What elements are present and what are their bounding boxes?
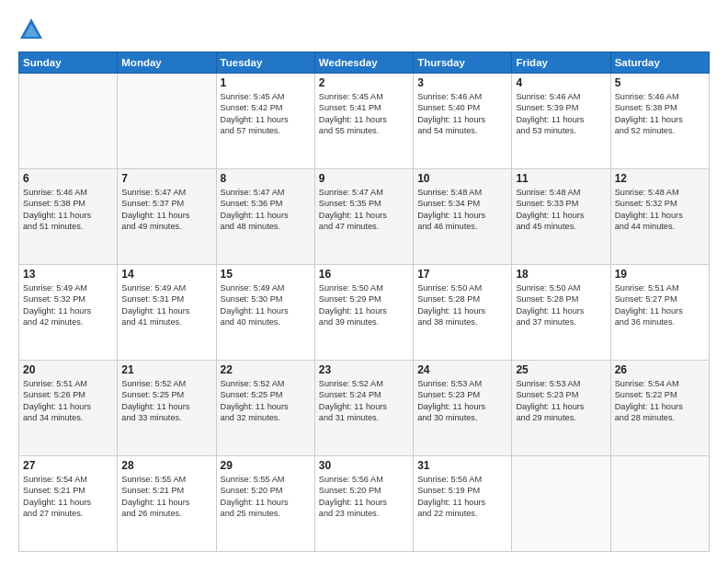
day-number: 7: [121, 172, 211, 185]
calendar-cell: 31Sunrise: 5:56 AM Sunset: 5:19 PM Dayli…: [414, 456, 512, 552]
day-info: Sunrise: 5:46 AM Sunset: 5:40 PM Dayligh…: [417, 91, 507, 137]
calendar-week-row: 1Sunrise: 5:45 AM Sunset: 5:42 PM Daylig…: [19, 74, 710, 169]
day-number: 16: [319, 268, 409, 281]
calendar-cell: 5Sunrise: 5:46 AM Sunset: 5:38 PM Daylig…: [610, 74, 709, 169]
calendar-cell: 6Sunrise: 5:46 AM Sunset: 5:38 PM Daylig…: [19, 169, 118, 265]
calendar-cell: [118, 74, 216, 169]
calendar-cell: 27Sunrise: 5:54 AM Sunset: 5:21 PM Dayli…: [19, 456, 118, 552]
day-number: 17: [417, 268, 507, 281]
day-info: Sunrise: 5:48 AM Sunset: 5:34 PM Dayligh…: [417, 187, 507, 233]
day-number: 12: [615, 172, 705, 185]
calendar-cell: 2Sunrise: 5:45 AM Sunset: 5:41 PM Daylig…: [314, 74, 413, 169]
calendar-week-row: 27Sunrise: 5:54 AM Sunset: 5:21 PM Dayli…: [19, 456, 710, 552]
day-info: Sunrise: 5:45 AM Sunset: 5:41 PM Dayligh…: [319, 91, 409, 137]
day-number: 3: [417, 76, 507, 89]
day-number: 18: [516, 268, 606, 281]
day-number: 29: [221, 459, 311, 472]
day-info: Sunrise: 5:45 AM Sunset: 5:42 PM Dayligh…: [221, 91, 311, 137]
calendar-cell: 20Sunrise: 5:51 AM Sunset: 5:26 PM Dayli…: [19, 361, 118, 456]
day-number: 22: [221, 363, 311, 376]
day-number: 23: [319, 363, 409, 376]
calendar-cell: 13Sunrise: 5:49 AM Sunset: 5:32 PM Dayli…: [19, 265, 118, 361]
logo-icon: [18, 17, 44, 42]
calendar-cell: 11Sunrise: 5:48 AM Sunset: 5:33 PM Dayli…: [512, 169, 610, 265]
day-info: Sunrise: 5:48 AM Sunset: 5:32 PM Dayligh…: [615, 187, 705, 233]
calendar-week-row: 13Sunrise: 5:49 AM Sunset: 5:32 PM Dayli…: [19, 265, 710, 361]
day-info: Sunrise: 5:51 AM Sunset: 5:27 PM Dayligh…: [615, 282, 705, 328]
day-info: Sunrise: 5:50 AM Sunset: 5:28 PM Dayligh…: [516, 282, 606, 328]
calendar-cell: 8Sunrise: 5:47 AM Sunset: 5:36 PM Daylig…: [216, 169, 314, 265]
day-number: 27: [23, 459, 113, 472]
day-info: Sunrise: 5:52 AM Sunset: 5:25 PM Dayligh…: [121, 378, 211, 424]
calendar-cell: 17Sunrise: 5:50 AM Sunset: 5:28 PM Dayli…: [414, 265, 512, 361]
calendar-header-row: SundayMondayTuesdayWednesdayThursdayFrid…: [19, 52, 710, 74]
calendar-cell: 30Sunrise: 5:56 AM Sunset: 5:20 PM Dayli…: [314, 456, 413, 552]
calendar-cell: 28Sunrise: 5:55 AM Sunset: 5:21 PM Dayli…: [118, 456, 216, 552]
calendar-cell: 4Sunrise: 5:46 AM Sunset: 5:39 PM Daylig…: [512, 74, 610, 169]
calendar-cell: 24Sunrise: 5:53 AM Sunset: 5:23 PM Dayli…: [414, 361, 512, 456]
day-number: 14: [121, 268, 211, 281]
day-info: Sunrise: 5:56 AM Sunset: 5:20 PM Dayligh…: [319, 474, 409, 520]
calendar-cell: 25Sunrise: 5:53 AM Sunset: 5:23 PM Dayli…: [512, 361, 610, 456]
day-info: Sunrise: 5:49 AM Sunset: 5:30 PM Dayligh…: [221, 282, 311, 328]
day-info: Sunrise: 5:47 AM Sunset: 5:37 PM Dayligh…: [121, 187, 211, 233]
calendar-week-row: 6Sunrise: 5:46 AM Sunset: 5:38 PM Daylig…: [19, 169, 710, 265]
day-info: Sunrise: 5:48 AM Sunset: 5:33 PM Dayligh…: [516, 187, 606, 233]
day-info: Sunrise: 5:49 AM Sunset: 5:31 PM Dayligh…: [121, 282, 211, 328]
day-info: Sunrise: 5:46 AM Sunset: 5:38 PM Dayligh…: [23, 187, 113, 233]
day-info: Sunrise: 5:46 AM Sunset: 5:38 PM Dayligh…: [615, 91, 705, 137]
day-number: 5: [615, 76, 705, 89]
day-info: Sunrise: 5:52 AM Sunset: 5:24 PM Dayligh…: [319, 378, 409, 424]
day-info: Sunrise: 5:50 AM Sunset: 5:29 PM Dayligh…: [319, 282, 409, 328]
day-number: 24: [417, 363, 507, 376]
calendar-cell: 7Sunrise: 5:47 AM Sunset: 5:37 PM Daylig…: [118, 169, 216, 265]
calendar-header-wednesday: Wednesday: [314, 52, 413, 74]
day-number: 13: [23, 268, 113, 281]
day-number: 6: [23, 172, 113, 185]
day-info: Sunrise: 5:54 AM Sunset: 5:21 PM Dayligh…: [23, 474, 113, 520]
day-number: 28: [121, 459, 211, 472]
logo: [18, 17, 47, 42]
day-number: 26: [615, 363, 705, 376]
day-number: 30: [319, 459, 409, 472]
day-info: Sunrise: 5:55 AM Sunset: 5:21 PM Dayligh…: [121, 474, 211, 520]
day-info: Sunrise: 5:53 AM Sunset: 5:23 PM Dayligh…: [516, 378, 606, 424]
day-info: Sunrise: 5:52 AM Sunset: 5:25 PM Dayligh…: [221, 378, 311, 424]
calendar-cell: 10Sunrise: 5:48 AM Sunset: 5:34 PM Dayli…: [414, 169, 512, 265]
calendar-cell: 9Sunrise: 5:47 AM Sunset: 5:35 PM Daylig…: [314, 169, 413, 265]
calendar-header-monday: Monday: [118, 52, 216, 74]
calendar-cell: 16Sunrise: 5:50 AM Sunset: 5:29 PM Dayli…: [314, 265, 413, 361]
calendar-cell: 19Sunrise: 5:51 AM Sunset: 5:27 PM Dayli…: [610, 265, 709, 361]
day-number: 20: [23, 363, 113, 376]
calendar-cell: 29Sunrise: 5:55 AM Sunset: 5:20 PM Dayli…: [216, 456, 314, 552]
day-number: 15: [221, 268, 311, 281]
day-number: 4: [516, 76, 606, 89]
calendar-header-friday: Friday: [512, 52, 610, 74]
calendar-header-thursday: Thursday: [414, 52, 512, 74]
calendar-table: SundayMondayTuesdayWednesdayThursdayFrid…: [18, 52, 710, 552]
day-number: 11: [516, 172, 606, 185]
day-info: Sunrise: 5:53 AM Sunset: 5:23 PM Dayligh…: [417, 378, 507, 424]
day-info: Sunrise: 5:47 AM Sunset: 5:36 PM Dayligh…: [221, 187, 311, 233]
day-number: 25: [516, 363, 606, 376]
calendar-cell: 3Sunrise: 5:46 AM Sunset: 5:40 PM Daylig…: [414, 74, 512, 169]
calendar-header-saturday: Saturday: [610, 52, 709, 74]
day-number: 8: [221, 172, 311, 185]
calendar-cell: [610, 456, 709, 552]
calendar-cell: 14Sunrise: 5:49 AM Sunset: 5:31 PM Dayli…: [118, 265, 216, 361]
calendar-cell: [19, 74, 118, 169]
calendar-cell: 26Sunrise: 5:54 AM Sunset: 5:22 PM Dayli…: [610, 361, 709, 456]
day-info: Sunrise: 5:47 AM Sunset: 5:35 PM Dayligh…: [319, 187, 409, 233]
day-info: Sunrise: 5:51 AM Sunset: 5:26 PM Dayligh…: [23, 378, 113, 424]
day-number: 19: [615, 268, 705, 281]
day-number: 10: [417, 172, 507, 185]
calendar-cell: 18Sunrise: 5:50 AM Sunset: 5:28 PM Dayli…: [512, 265, 610, 361]
header: [18, 17, 710, 42]
day-number: 9: [319, 172, 409, 185]
day-info: Sunrise: 5:50 AM Sunset: 5:28 PM Dayligh…: [417, 282, 507, 328]
day-number: 2: [319, 76, 409, 89]
calendar-cell: 1Sunrise: 5:45 AM Sunset: 5:42 PM Daylig…: [216, 74, 314, 169]
day-info: Sunrise: 5:55 AM Sunset: 5:20 PM Dayligh…: [221, 474, 311, 520]
page: SundayMondayTuesdayWednesdayThursdayFrid…: [0, 0, 728, 563]
calendar-cell: 21Sunrise: 5:52 AM Sunset: 5:25 PM Dayli…: [118, 361, 216, 456]
